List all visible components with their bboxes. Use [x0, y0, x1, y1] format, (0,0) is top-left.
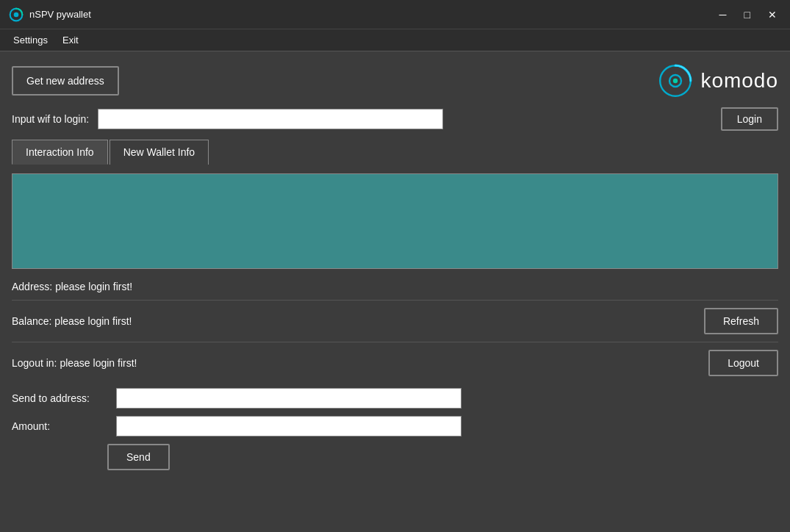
svg-point-1: [14, 12, 19, 17]
minimize-button[interactable]: ─: [715, 8, 731, 21]
address-text: Address: please login first!: [12, 281, 132, 292]
login-label: Input wif to login:: [12, 113, 89, 125]
window-controls: ─ □ ✕: [715, 8, 781, 21]
menu-exit[interactable]: Exit: [55, 32, 86, 48]
divider-1: [12, 300, 778, 301]
balance-row: Balance: please login first! Refresh: [12, 308, 778, 334]
menu-bar: Settings Exit: [0, 29, 790, 51]
send-to-label: Send to address:: [12, 392, 107, 404]
tab-interaction-info[interactable]: Interaction Info: [12, 140, 108, 165]
divider-2: [12, 342, 778, 342]
refresh-button[interactable]: Refresh: [704, 308, 778, 334]
menu-settings[interactable]: Settings: [6, 32, 55, 48]
send-form: Send to address: Amount: Send: [12, 388, 778, 470]
window-title: nSPV pywallet: [29, 9, 715, 20]
maximize-button[interactable]: □: [740, 8, 755, 21]
amount-input[interactable]: [116, 416, 462, 436]
login-row: Input wif to login: Login: [12, 107, 778, 131]
amount-label: Amount:: [12, 420, 107, 432]
send-button[interactable]: Send: [107, 444, 170, 470]
main-content: Get new address komodo Input wif to logi…: [0, 51, 790, 532]
tab-content-area: [12, 173, 778, 269]
komodo-logo-text: komodo: [700, 69, 778, 93]
get-new-address-button[interactable]: Get new address: [12, 66, 119, 96]
logout-row: Logout in: please login first! Logout: [12, 350, 778, 376]
balance-text: Balance: please login first!: [12, 315, 132, 327]
svg-point-4: [673, 79, 678, 83]
wif-input[interactable]: [98, 109, 443, 129]
close-button[interactable]: ✕: [764, 8, 781, 21]
top-row: Get new address komodo: [12, 63, 778, 98]
tab-new-wallet-info[interactable]: New Wallet Info: [109, 140, 209, 165]
address-row: Address: please login first!: [12, 281, 778, 292]
info-section: Address: please login first! Balance: pl…: [12, 281, 778, 376]
tab-bar: Interaction Info New Wallet Info: [12, 140, 778, 165]
komodo-logo-icon: [658, 63, 693, 98]
app-icon: [9, 7, 24, 22]
title-bar: nSPV pywallet ─ □ ✕: [0, 0, 790, 29]
send-to-row: Send to address:: [12, 388, 778, 409]
send-to-input[interactable]: [116, 388, 462, 409]
amount-row: Amount:: [12, 416, 778, 436]
login-button[interactable]: Login: [721, 107, 778, 131]
komodo-logo: komodo: [658, 63, 778, 98]
logout-button[interactable]: Logout: [708, 350, 778, 376]
logout-text: Logout in: please login first!: [12, 357, 137, 369]
